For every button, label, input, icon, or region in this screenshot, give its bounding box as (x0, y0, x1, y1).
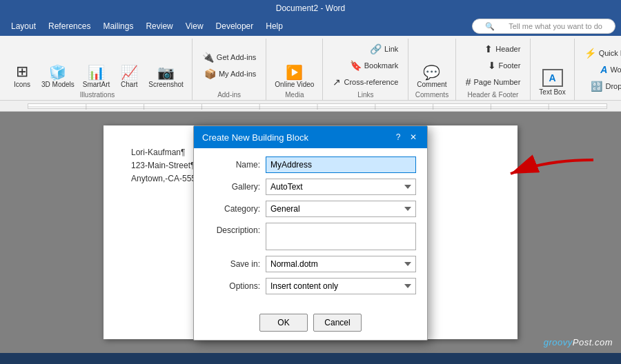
screenshot-icon: 📷 (157, 65, 175, 79)
document-area: Lori-Kaufman¶ 123-Main-Street¶ Anytown,-… (0, 112, 621, 353)
ruler (0, 101, 621, 112)
ribbon-btn-link[interactable]: 🔗 Link (366, 41, 402, 57)
bookmark-icon: 🔖 (350, 60, 362, 71)
links-label: Links (357, 90, 373, 99)
dialog-overlay: Create New Building Block ? ✕ Name: (0, 112, 621, 353)
ribbon-group-quickparts: ⚡ Quick Parts A WordArt 🔡 Drop Cap (575, 39, 621, 100)
myaddins-icon: 📦 (204, 68, 216, 79)
search-placeholder: Tell me what you want to do (503, 19, 608, 33)
search-input[interactable]: 🔍 Tell me what you want to do (472, 19, 615, 34)
addins-label: Add-ins (217, 90, 241, 99)
options-select[interactable]: Insert content only (266, 278, 416, 294)
dialog-body: Name: Gallery: AutoText (194, 148, 427, 308)
ribbon-group-addins: 🔌 Get Add-ins 📦 My Add-ins Add-ins (193, 39, 266, 100)
cancel-button[interactable]: Cancel (313, 314, 362, 332)
category-label: Category: (205, 204, 260, 214)
footer-icon: ⬇ (488, 60, 496, 71)
ribbon-btn-bookmark[interactable]: 🔖 Bookmark (346, 58, 403, 73)
ribbon-media-items: ▶️ Online Video (272, 41, 317, 90)
headerfooter-label: Header & Footer (468, 90, 519, 99)
pagenumber-icon: # (466, 77, 471, 88)
ribbon-btn-3dmodels[interactable]: 🧊 3D Models (39, 64, 77, 90)
ribbon-btn-quickparts[interactable]: ⚡ Quick Parts (580, 46, 621, 61)
ribbon-group-illustrations: ⊞ Icons 🧊 3D Models 📊 SmartArt 📈 Chart 📷… (3, 39, 193, 100)
header-icon: ⬆ (484, 43, 493, 54)
ribbon-btn-textbox[interactable]: A Text Box (536, 68, 568, 97)
search-bar: 🔍 Tell me what you want to do (472, 19, 615, 34)
menu-item-developer[interactable]: Developer (210, 19, 259, 34)
ribbon-btn-footer[interactable]: ⬇ Footer (484, 58, 525, 73)
ribbon-btn-dropcap[interactable]: 🔡 Drop Cap (586, 79, 621, 94)
ribbon-textbox-items: A Text Box (536, 41, 568, 97)
menu-item-review[interactable]: Review (140, 19, 178, 34)
options-row: Options: Insert content only (205, 278, 416, 294)
chart-icon: 📈 (121, 65, 138, 79)
ribbon-addins-items: 🔌 Get Add-ins 📦 My Add-ins (198, 41, 260, 90)
media-label: Media (285, 90, 304, 99)
ribbon-quickparts-items: ⚡ Quick Parts A WordArt 🔡 Drop Cap (580, 41, 621, 97)
ribbon-group-media: ▶️ Online Video Media (266, 39, 323, 100)
crossreference-icon: ↗ (333, 77, 341, 88)
name-row: Name: (205, 156, 416, 173)
ribbon-group-headerfooter: ⬆ Header ⬇ Footer # Page Number Header &… (456, 39, 531, 100)
ribbon-btn-wordart[interactable]: A WordArt (596, 62, 621, 77)
quickparts-icon: ⚡ (584, 48, 596, 59)
ribbon-btn-header[interactable]: ⬆ Header (480, 41, 524, 57)
description-textarea[interactable] (266, 223, 416, 250)
name-input[interactable] (266, 156, 416, 173)
options-label: Options: (205, 281, 260, 291)
wordart-icon: A (600, 64, 607, 75)
ribbon-btn-onlinevideo[interactable]: ▶️ Online Video (272, 64, 317, 90)
ok-button[interactable]: OK (259, 314, 308, 332)
ruler-line (28, 103, 607, 109)
gallery-label: Gallery: (205, 182, 260, 192)
dialog-title: Create New Building Block (202, 132, 308, 143)
ribbon-btn-crossref[interactable]: ↗ Cross-reference (328, 74, 402, 90)
description-row: Description: (205, 223, 416, 250)
onlinevideo-icon: ▶️ (286, 65, 303, 79)
textbox-icon: A (542, 69, 563, 87)
name-label: Name: (205, 160, 260, 170)
comments-label: Comments (415, 90, 448, 99)
gallery-select[interactable]: AutoText (266, 179, 416, 195)
ribbon-links-items: 🔗 Link 🔖 Bookmark ↗ Cross-reference (328, 41, 402, 90)
watermark: groovyPost.com (544, 337, 613, 347)
dialog-footer: OK Cancel (194, 308, 427, 340)
title-text: Document2 - Word (276, 3, 345, 13)
create-building-block-dialog: Create New Building Block ? ✕ Name: (193, 125, 428, 341)
gallery-row: Gallery: AutoText (205, 179, 416, 195)
ribbon-btn-chart[interactable]: 📈 Chart (115, 64, 143, 90)
savein-label: Save in: (205, 259, 260, 269)
ribbon-btn-screenshot[interactable]: 📷 Screenshot (146, 64, 186, 90)
smartart-icon: 📊 (88, 65, 105, 79)
ribbon-comments-items: 💬 Comment (414, 41, 449, 90)
category-row: Category: General (205, 201, 416, 217)
dialog-close-button[interactable]: ✕ (408, 132, 419, 143)
title-bar: Document2 - Word (0, 0, 621, 17)
ribbon-group-comments: 💬 Comment Comments (408, 39, 455, 100)
ribbon-group-textbox: A Text Box (531, 39, 574, 100)
menu-item-view[interactable]: View (180, 19, 209, 34)
link-icon: 🔗 (370, 43, 382, 54)
ribbon-btn-getaddins[interactable]: 🔌 Get Add-ins (198, 50, 260, 65)
ribbon: ⊞ Icons 🧊 3D Models 📊 SmartArt 📈 Chart 📷… (0, 36, 621, 101)
ribbon-btn-comment[interactable]: 💬 Comment (414, 64, 449, 90)
ribbon-btn-myaddins[interactable]: 📦 My Add-ins (200, 66, 260, 81)
menu-item-layout[interactable]: Layout (6, 19, 41, 34)
ribbon-btn-pagenumber[interactable]: # Page Number (462, 74, 525, 90)
dialog-help-button[interactable]: ? (393, 132, 404, 143)
menu-bar: Layout References Mailings Review View D… (0, 17, 621, 36)
ribbon-btn-smartart[interactable]: 📊 SmartArt (80, 64, 112, 90)
menu-item-mailings[interactable]: Mailings (97, 19, 139, 34)
ribbon-btn-icons[interactable]: ⊞ Icons (8, 63, 36, 90)
dialog-header-buttons: ? ✕ (393, 132, 419, 143)
ribbon-headerfooter-items: ⬆ Header ⬇ Footer # Page Number (462, 41, 525, 90)
dropcap-icon: 🔡 (591, 81, 602, 92)
menu-item-references[interactable]: References (43, 19, 96, 34)
3dmodels-icon: 🧊 (49, 65, 66, 79)
red-arrow (490, 153, 600, 188)
savein-select[interactable]: Normal.dotm (266, 256, 416, 272)
ribbon-group-links: 🔗 Link 🔖 Bookmark ↗ Cross-reference Link… (323, 39, 408, 100)
category-select[interactable]: General (266, 201, 416, 217)
menu-item-help[interactable]: Help (260, 19, 288, 34)
